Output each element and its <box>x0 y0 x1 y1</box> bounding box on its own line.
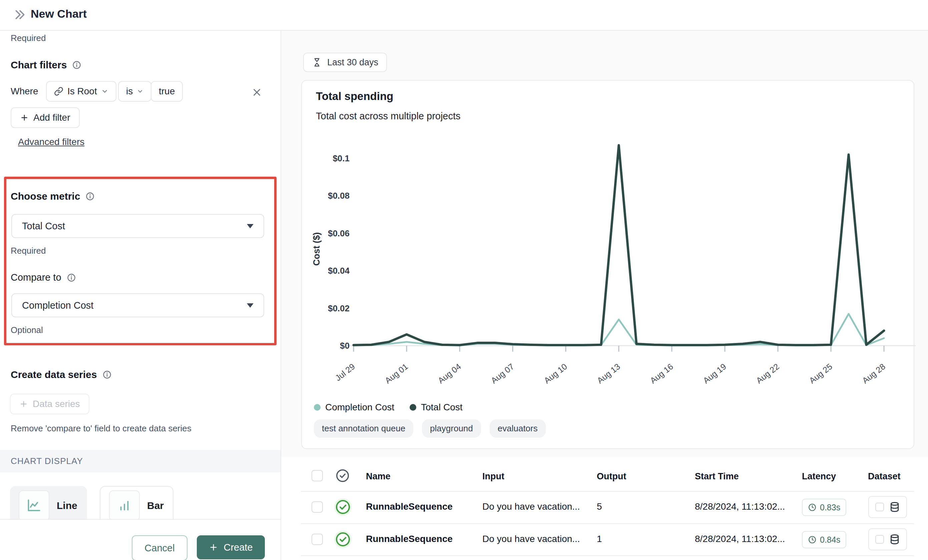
metric-select[interactable]: Total Cost <box>11 214 264 238</box>
plus-icon <box>20 113 29 122</box>
tag-pill[interactable]: test annotation queue <box>314 419 413 438</box>
latency-badge: 0.83s <box>802 499 846 516</box>
dataset-cell[interactable] <box>868 496 907 518</box>
chart-legend: Completion CostTotal Cost <box>314 402 462 413</box>
compare-optional-note: Optional <box>11 325 43 335</box>
legend-item[interactable]: Total Cost <box>410 402 462 413</box>
col-dataset[interactable]: Dataset <box>868 471 901 482</box>
col-start-time[interactable]: Start Time <box>695 471 739 482</box>
compare-to-label: Compare to <box>11 272 61 283</box>
database-icon[interactable] <box>889 534 900 545</box>
metric-select-value: Total Cost <box>22 221 65 232</box>
data-series-button-disabled[interactable]: Data series <box>10 394 89 414</box>
where-label: Where <box>11 86 38 97</box>
chevron-down-icon <box>101 88 108 95</box>
caret-down-icon <box>247 224 253 228</box>
row-checkbox[interactable] <box>311 534 323 545</box>
filter-value: true <box>159 86 175 97</box>
chart-card-subtitle: Total cost across multiple projects <box>316 111 461 122</box>
dataset-checkbox[interactable] <box>875 503 884 511</box>
plus-icon <box>19 400 28 408</box>
create-label: Create <box>223 542 252 553</box>
y-tick-label: $0.08 <box>328 191 350 201</box>
legend-label: Completion Cost <box>325 402 394 413</box>
chart-display-section-header: CHART DISPLAY <box>0 450 281 472</box>
series-line-completion-cost <box>354 314 884 345</box>
run-name[interactable]: RunnableSequence <box>366 534 453 544</box>
hourglass-icon <box>312 57 322 67</box>
filter-field-value: Is Root <box>67 86 97 97</box>
table-divider <box>301 555 914 556</box>
line-label: Line <box>57 500 77 511</box>
dataset-checkbox[interactable] <box>875 535 884 544</box>
y-tick-label: $0.1 <box>333 153 350 163</box>
col-input[interactable]: Input <box>482 471 504 482</box>
time-range-button[interactable]: Last 30 days <box>303 53 387 72</box>
col-name[interactable]: Name <box>366 471 391 482</box>
latency-value: 0.84s <box>820 535 840 545</box>
link-icon <box>54 87 63 96</box>
x-tick-label: Jul 29 <box>333 362 357 383</box>
filter-operator-dropdown[interactable]: is <box>118 81 151 102</box>
top-header <box>0 0 928 30</box>
create-data-series-title: Create data series <box>11 369 97 380</box>
success-status-icon <box>334 498 352 516</box>
y-axis-title: Cost ($) <box>311 232 322 266</box>
run-name[interactable]: RunnableSequence <box>366 501 453 512</box>
tag-pill[interactable]: evaluators <box>490 419 546 438</box>
run-output: 5 <box>597 501 602 512</box>
x-tick-label: Aug 01 <box>383 362 410 385</box>
page-title: New Chart <box>31 7 87 20</box>
info-icon[interactable] <box>102 370 112 379</box>
y-tick-label: $0.02 <box>328 303 350 313</box>
chevron-down-icon <box>137 88 143 95</box>
create-button[interactable]: Create <box>197 535 265 559</box>
dataset-cell[interactable] <box>868 528 907 550</box>
line-chart-icon <box>19 490 49 521</box>
remove-filter-icon[interactable] <box>251 87 263 98</box>
add-filter-label: Add filter <box>34 112 70 123</box>
data-series-note: Remove 'compare to' field to create data… <box>11 423 191 434</box>
table-divider <box>301 491 914 492</box>
filter-field-dropdown[interactable]: Is Root <box>46 81 116 102</box>
y-tick-label: $0.06 <box>328 228 350 238</box>
bar-label: Bar <box>147 500 164 511</box>
new-chart-screen: New Chart Required Chart filters Where I… <box>0 0 928 560</box>
collapse-panel-icon[interactable] <box>13 8 27 21</box>
filter-operator-value: is <box>126 86 133 97</box>
run-input: Do you have vacation... <box>482 534 580 544</box>
x-tick-label: Aug 04 <box>436 362 462 385</box>
info-icon[interactable] <box>67 273 76 282</box>
compare-select[interactable]: Completion Cost <box>11 293 264 317</box>
cancel-button[interactable]: Cancel <box>132 535 188 560</box>
x-tick-label: Aug 16 <box>648 362 675 385</box>
project-tags: test annotation queueplaygroundevaluator… <box>314 419 546 438</box>
legend-item[interactable]: Completion Cost <box>314 402 394 413</box>
bar-chart-icon <box>109 490 140 521</box>
run-output: 1 <box>597 534 602 544</box>
success-status-icon <box>334 530 352 549</box>
row-checkbox[interactable] <box>311 501 323 513</box>
run-start-time: 8/28/2024, 11:13:02... <box>695 501 785 512</box>
compare-select-value: Completion Cost <box>22 300 93 311</box>
col-latency[interactable]: Latency <box>802 471 836 482</box>
x-tick-label: Aug 25 <box>807 362 834 385</box>
x-tick-label: Aug 07 <box>489 362 516 385</box>
advanced-filters-link[interactable]: Advanced filters <box>18 137 84 147</box>
latency-badge: 0.84s <box>802 531 846 548</box>
chart-display-label: CHART DISPLAY <box>11 456 83 466</box>
info-icon[interactable] <box>85 192 95 201</box>
x-tick-label: Aug 13 <box>595 362 622 385</box>
col-output[interactable]: Output <box>597 471 626 482</box>
status-column-icon <box>335 468 350 483</box>
select-all-checkbox[interactable] <box>311 470 323 481</box>
required-note-top: Required <box>11 33 46 43</box>
time-range-label: Last 30 days <box>327 57 378 68</box>
add-filter-button[interactable]: Add filter <box>11 107 80 128</box>
filter-value-box[interactable]: true <box>151 81 183 102</box>
table-divider <box>301 523 914 524</box>
info-icon[interactable] <box>72 60 81 70</box>
x-tick-label: Aug 19 <box>701 362 728 385</box>
database-icon[interactable] <box>889 502 900 512</box>
tag-pill[interactable]: playground <box>422 419 481 438</box>
